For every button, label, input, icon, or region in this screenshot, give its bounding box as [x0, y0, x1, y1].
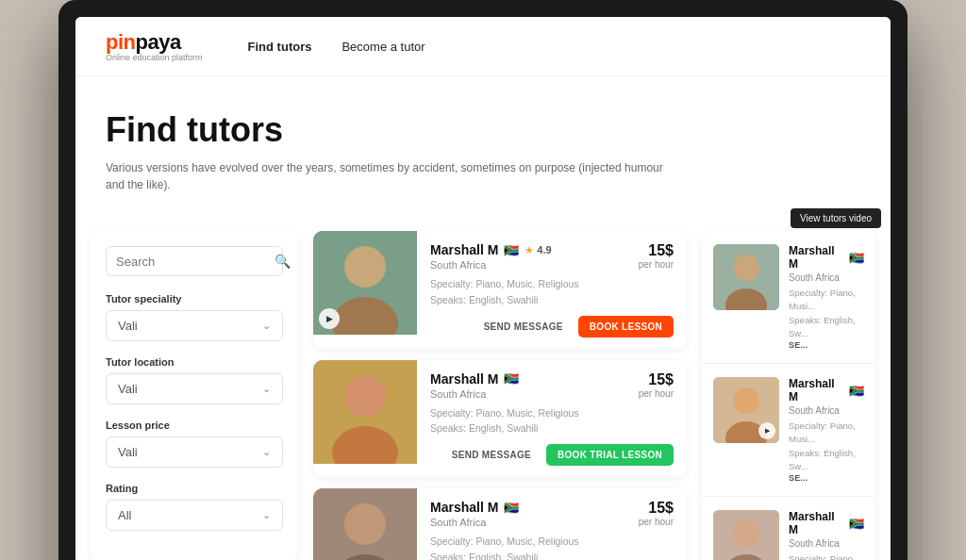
tutor-location: South Africa [430, 388, 519, 400]
right-tutor-card: ▶ Marshall M 🇿🇦 South Africa Specialty: … [702, 364, 875, 497]
tutor-info: Marshall M 🇿🇦 ★ 4.9 South Africa [417, 231, 687, 349]
tutor-header: Marshall M 🇿🇦 ★ 4.9 South Africa [430, 242, 674, 276]
nav-links: Find tutors Become a tutor [248, 40, 425, 54]
play-button[interactable]: ▶ [758, 422, 775, 439]
tutor-photo: ▶ [313, 231, 417, 335]
book-trial-button[interactable]: BOOK TRIAL LESSON [546, 444, 674, 466]
svg-point-16 [733, 520, 759, 547]
svg-point-1 [344, 246, 386, 288]
filters-sidebar: 🔍 Tutor speciality Vali ⌄ Tutor location… [91, 231, 298, 560]
location-select[interactable]: Vali ⌄ [106, 373, 283, 404]
tutor-details: Specialty: Piano, Music, Religious Speak… [430, 534, 674, 560]
speaks-value: English, Swahili [469, 294, 539, 305]
right-tutor-details: Specialty: Piano, Musi... Speaks: Englis… [789, 552, 864, 560]
right-tutor-info: Marshall M 🇿🇦 South Africa Specialty: Pi… [789, 377, 864, 483]
right-tutor-card: Marshall M 🇿🇦 South Africa Specialty: Pi… [702, 497, 875, 560]
price-amount: 15$ [639, 500, 674, 517]
star-icon: ★ [525, 244, 534, 256]
location-label: Tutor location [106, 356, 283, 368]
search-input[interactable] [116, 255, 275, 269]
speaks-label: Speaks: [430, 552, 466, 560]
right-send-button[interactable]: SE... [789, 473, 864, 483]
price-amount: 15$ [639, 371, 674, 388]
price-col: 15$ per hour [639, 500, 674, 527]
tutor-name-row: Marshall M 🇿🇦 [430, 500, 519, 515]
price-label: Lesson price [106, 420, 283, 431]
search-box[interactable]: 🔍 [106, 246, 283, 276]
tutor-name-row: Marshall M 🇿🇦 ★ 4.9 [430, 242, 552, 257]
chevron-down-icon: ⌄ [262, 446, 271, 458]
right-tutor-info: Marshall M 🇿🇦 South Africa Specialty: Pi… [789, 510, 864, 560]
svg-point-10 [733, 255, 759, 281]
price-col: 15$ per hour [639, 242, 674, 270]
speciality-value: Vali [118, 319, 138, 333]
tutor-name: Marshall M [430, 371, 498, 387]
specialty-label: Specialty: [430, 407, 474, 419]
nav-find-tutors[interactable]: Find tutors [248, 40, 312, 54]
right-tutor-card: Marshall M 🇿🇦 South Africa Specialty: Pi… [702, 231, 875, 364]
brand-name: pinpaya [106, 30, 203, 55]
speaks-value: English, Swahili [469, 552, 539, 560]
laptop-frame: pinpaya Online education platform Find t… [58, 0, 908, 560]
right-tutor-name: Marshall M 🇿🇦 [789, 510, 864, 536]
tutor-info: Marshall M 🇿🇦 South Africa 15$ per hour [417, 360, 687, 478]
price-filter: Lesson price Vali ⌄ [106, 420, 283, 468]
right-tutor-location: South Africa [789, 272, 864, 283]
rating-value: 4.9 [537, 244, 551, 255]
search-icon: 🔍 [275, 254, 291, 269]
svg-point-13 [733, 387, 759, 414]
tutor-name: Marshall M [430, 500, 498, 515]
speciality-select[interactable]: Vali ⌄ [106, 310, 283, 341]
specialty-label: Specialty: [430, 278, 474, 289]
right-send-button[interactable]: SE... [789, 340, 864, 350]
rating-value: All [118, 508, 131, 522]
chevron-down-icon: ⌄ [262, 383, 271, 395]
navbar: pinpaya Online education platform Find t… [75, 17, 891, 76]
tutor-name-row: Marshall M 🇿🇦 [430, 371, 519, 387]
brand-tagline: Online education platform [106, 53, 203, 62]
right-tutor-name: Marshall M 🇿🇦 [789, 244, 864, 271]
logo: pinpaya Online education platform [106, 30, 203, 62]
rating-select[interactable]: All ⌄ [106, 500, 283, 531]
right-tutor-info: Marshall M 🇿🇦 South Africa Specialty: Pi… [789, 244, 864, 350]
flag-icon: 🇿🇦 [504, 243, 519, 257]
book-lesson-button[interactable]: BOOK LESSON [578, 316, 674, 338]
tutor-header: Marshall M 🇿🇦 South Africa 15$ per hour [430, 371, 674, 405]
hero-description: Various versions have evolved over the y… [106, 159, 672, 193]
right-panel: View tutors video [702, 216, 891, 560]
price-col: 15$ per hour [639, 371, 674, 399]
price-per: per hour [639, 517, 674, 527]
send-message-button[interactable]: SEND MESSAGE [476, 318, 571, 336]
tutor-card: Marshall M 🇿🇦 South Africa 15$ per hour [313, 360, 687, 478]
tutor-photo: ▶ [313, 488, 417, 560]
nav-become-tutor[interactable]: Become a tutor [341, 40, 425, 54]
svg-point-7 [344, 503, 386, 545]
location-value: Vali [118, 382, 138, 396]
price-select[interactable]: Vali ⌄ [106, 436, 283, 468]
flag-icon: 🇿🇦 [504, 371, 519, 386]
tutor-location: South Africa [430, 259, 552, 271]
speaks-label: Speaks: [430, 422, 466, 434]
right-tutor-photo [713, 244, 779, 310]
send-message-button[interactable]: SEND MESSAGE [444, 446, 539, 464]
specialty-label: Specialty: [430, 535, 474, 547]
brand-name-part2: paya [136, 30, 181, 54]
laptop-screen: pinpaya Online education platform Find t… [75, 17, 891, 560]
specialty-value: Piano, Music, Religious [475, 407, 578, 419]
right-tutor-photo: ▶ [713, 377, 779, 443]
speciality-filter: Tutor speciality Vali ⌄ [106, 293, 283, 341]
tutor-header: Marshall M 🇿🇦 South Africa 15$ per hour [430, 500, 674, 534]
right-tutor-location: South Africa [789, 405, 864, 416]
play-button[interactable]: ▶ [319, 308, 340, 329]
right-tutor-details: Specialty: Piano, Musi... Speaks: Englis… [789, 420, 864, 473]
flag-icon: 🇿🇦 [849, 251, 864, 265]
tutor-actions: SEND MESSAGE BOOK LESSON [430, 316, 674, 338]
tutor-photo [313, 360, 417, 464]
chevron-down-icon: ⌄ [262, 509, 271, 521]
speaks-label: Speaks: [430, 294, 466, 305]
page-title: Find tutors [106, 110, 860, 150]
view-video-badge[interactable]: View tutors video [791, 208, 881, 228]
speciality-label: Tutor speciality [106, 293, 283, 305]
rating-label: Rating [106, 483, 283, 494]
rating-filter: Rating All ⌄ [106, 483, 283, 531]
